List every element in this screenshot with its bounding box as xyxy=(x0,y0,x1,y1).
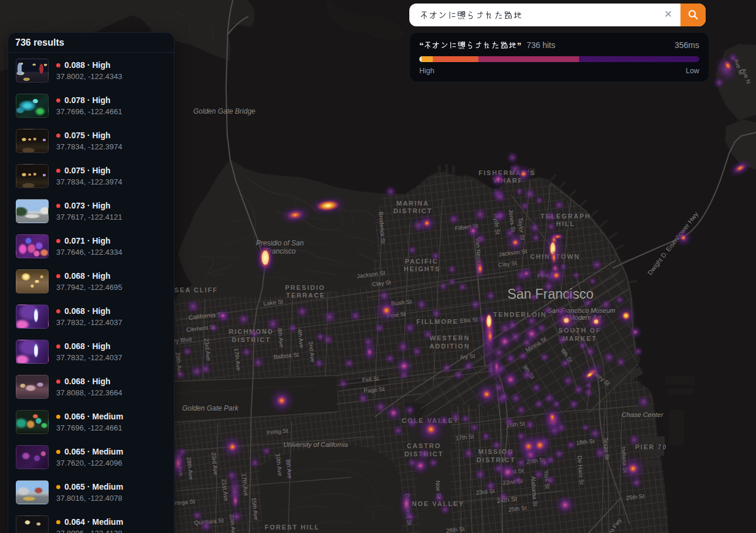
svg-text:MARINA: MARINA xyxy=(396,200,429,207)
svg-text:PIER 70: PIER 70 xyxy=(635,443,668,450)
svg-text:FOREST HILL: FOREST HILL xyxy=(265,524,320,531)
svg-text:TERRACE: TERRACE xyxy=(286,292,325,299)
svg-text:DISTRICT: DISTRICT xyxy=(394,207,433,214)
svg-text:Chase Center: Chase Center xyxy=(622,411,664,418)
svg-text:WESTERN: WESTERN xyxy=(430,334,470,341)
svg-text:HEIGHTS: HEIGHTS xyxy=(404,265,441,272)
svg-text:FILLMORE: FILLMORE xyxy=(416,318,459,325)
svg-text:Ivy St: Ivy St xyxy=(460,353,476,360)
svg-text:Golden Gate Park: Golden Gate Park xyxy=(182,404,239,412)
svg-text:Golden Gate Bridge: Golden Gate Bridge xyxy=(193,107,255,115)
svg-text:TENDERLOIN: TENDERLOIN xyxy=(493,311,547,318)
svg-text:University of California: University of California xyxy=(283,441,348,448)
svg-text:ADDITION: ADDITION xyxy=(429,343,470,350)
svg-text:SEA CLIFF: SEA CLIFF xyxy=(175,286,218,293)
svg-text:HILL: HILL xyxy=(556,220,575,227)
svg-text:PRESIDIO: PRESIDIO xyxy=(285,284,326,291)
svg-text:26th St: 26th St xyxy=(446,525,465,533)
